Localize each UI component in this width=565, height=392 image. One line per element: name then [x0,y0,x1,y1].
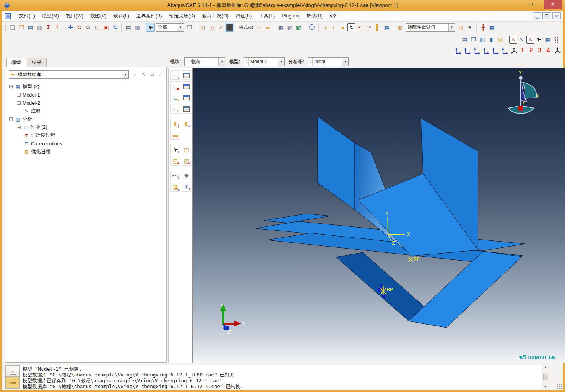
model-dropdown-icon[interactable]: ▼ [278,58,284,66]
partition-face-icon[interactable]: ▮┊ [170,119,180,128]
tree-item--[interactable]: ⊠优化进程 [5,148,166,156]
module-combo[interactable]: ▲▼ 载荷 ▼ [184,57,225,66]
print-icon[interactable]: ▥ [35,23,44,32]
menu-item-11[interactable]: 帮助(H) [303,12,326,20]
create-datum-xyz-icon[interactable]: (XYZ)+ [170,171,180,180]
menu-item-1[interactable]: 模型(M) [38,12,62,20]
attach-point-icon[interactable]: ◱● [170,156,180,166]
viewport-cascade-icon[interactable]: ❐ [469,35,478,44]
section-cut-icon[interactable]: ╂ [478,23,487,32]
annotation-manager-icon[interactable]: ▦ [543,35,552,44]
query-info-icon[interactable]: ⓘ [307,23,316,32]
step-combo[interactable]: ▲▼ Initial ▼ [308,57,349,66]
color-code-combo-dropdown-icon[interactable]: ▼ [448,24,455,31]
pan-view-icon[interactable]: ✚ [66,23,75,32]
view-4-button[interactable]: 4 [544,46,553,55]
tree-expander-icon[interactable]: - [9,85,13,88]
view-1-button[interactable]: 1 [518,46,527,55]
module-dropdown-icon[interactable]: ▼ [218,58,225,66]
edit-region-icon[interactable]: ⊡ [207,23,216,32]
undo-icon[interactable]: ↶ [355,23,364,32]
view-cube-icon[interactable]: ⬛ [225,23,234,32]
object-stack-icon[interactable]: ⊞ [198,23,207,32]
view-left-icon[interactable] [490,46,500,55]
tree-item-model-2[interactable]: +Model-2 [5,99,166,107]
translate-feature-icon[interactable]: ▮→ [182,119,191,128]
display-group-caret-icon[interactable]: ▾ [465,23,474,32]
view-front-icon[interactable] [453,46,463,55]
perspective-off-icon[interactable]: ▥ [133,23,142,32]
menu-item-6[interactable]: 预定义场(D) [165,12,198,20]
query-select-icon[interactable]: ➤+ [170,145,180,154]
create-datum-plane-icon[interactable]: ◪⤡ [170,182,180,192]
context-help-icon[interactable]: ↖? [326,12,339,21]
tree-expander-icon[interactable]: + [17,93,21,97]
display-group-cube-icon[interactable]: ⊞ [456,23,465,32]
database-dropdown-icon[interactable]: ▼ [122,71,128,78]
sweep-toggle-icon[interactable]: ◑ [321,23,329,32]
viewport-maximize-icon[interactable]: ▤ [460,35,469,44]
menu-item-0[interactable]: 文件(F) [16,12,38,20]
cycle-views-icon[interactable]: ⇅ [111,23,120,32]
new-model-database-icon[interactable]: ❏ [8,23,17,32]
menu-item-10[interactable]: Plug-ins [278,12,303,20]
bc-manager-icon[interactable] [182,81,191,91]
tree-item-co-executions[interactable]: ⊟Co-executions [5,140,166,148]
scroll-down-icon[interactable]: ▼ [544,385,547,388]
selection-scope-combo[interactable]: 全部▼ [156,23,184,32]
menu-item-7[interactable]: 载荷工况(O) [199,12,232,20]
custom-view-icon[interactable] [553,46,562,55]
measure-icon[interactable]: ⊿ [216,23,225,32]
model-combo[interactable]: ▲▼ Model-1 ▼ [244,57,285,66]
show-mesh-icon[interactable]: ▦ [276,23,285,32]
viewport-tile-horizontal-icon[interactable]: ▥ [478,35,487,44]
tab-model[interactable]: 模型 [6,58,26,67]
view-2-button[interactable]: 2 [527,46,536,55]
shaded-render-icon[interactable]: ▰ [263,23,272,32]
selection-lock-icon[interactable]: ❐ [185,23,194,32]
toolbar-grip[interactable] [5,24,7,31]
menu-item-3[interactable]: 视图(V) [87,12,110,20]
menu-item-4[interactable]: 载荷(L) [110,12,133,20]
seed-mesh-icon[interactable]: ▨ [285,23,294,32]
display-options-icon[interactable]: ▦ [487,23,496,32]
title-bar[interactable]: Abaqus/CAE 6.14-1 - 模型数据库: G:\教程\abaqus-… [0,0,565,11]
menu-item-9[interactable]: 工具(T) [255,12,278,20]
selection-scope-combo-dropdown-icon[interactable]: ▼ [177,24,184,31]
mdi-close-icon[interactable]: ✕ [552,12,561,19]
view-top-icon[interactable] [472,46,481,55]
remove-feature-icon[interactable]: ▬▭ [170,130,180,140]
database-selector-combo[interactable]: ☰ 模型数据库 ▼ [9,70,129,79]
redo-icon[interactable]: ↷ [364,23,373,32]
highlight-bulb-icon[interactable]: ☼ [157,72,164,77]
mdi-restore-icon[interactable]: ❐ [542,12,551,19]
ellipse-toggle-icon[interactable]: ● [338,23,347,32]
link-viewports-icon[interactable]: ◎ [496,35,505,44]
command-line-tab-icon[interactable]: »»» [5,377,20,389]
import-database-icon[interactable]: ↧ [44,23,53,32]
load-manager-icon[interactable] [182,70,191,80]
tree-item--[interactable]: ⊞自适应过程 [5,131,166,140]
lightning-run-icon[interactable]: ↯ [347,23,355,31]
create-arrow-icon[interactable]: ↘ [517,35,526,44]
message-scrollbar[interactable]: ▲ ▼ [542,365,549,389]
tree-expander-icon[interactable]: + [17,126,21,129]
rotate-view-icon[interactable]: ↻ [75,23,84,32]
corner-block-icon[interactable]: ◳ [182,145,191,154]
select-cursor-icon[interactable]: ➤ [146,23,155,32]
menu-item-2[interactable]: 视口(W) [62,12,87,20]
tree-item--2-[interactable]: +⊡作业 (2) [5,123,166,131]
view-back-icon[interactable] [463,46,472,55]
trim-block-icon[interactable]: ◰✂ [182,156,191,166]
save-model-database-icon[interactable]: ▤ [26,23,35,32]
color-code-palette-icon[interactable]: ◍ [395,23,404,32]
magnify-view-icon[interactable]: ⚲ [84,23,93,32]
probe-column-icon[interactable]: ▌ [373,23,382,32]
color-code-combo[interactable]: 装配件默认值▼ [406,23,455,32]
view-bottom-icon[interactable] [481,46,490,55]
step-dropdown-icon[interactable]: ▼ [342,58,348,66]
collapse-folder-icon[interactable]: ⇱ [140,72,147,77]
load-case-manager-icon[interactable] [182,104,191,114]
scroll-up-icon[interactable]: ▲ [544,366,547,368]
annotation-options-icon[interactable]: ⣿ [552,35,561,44]
